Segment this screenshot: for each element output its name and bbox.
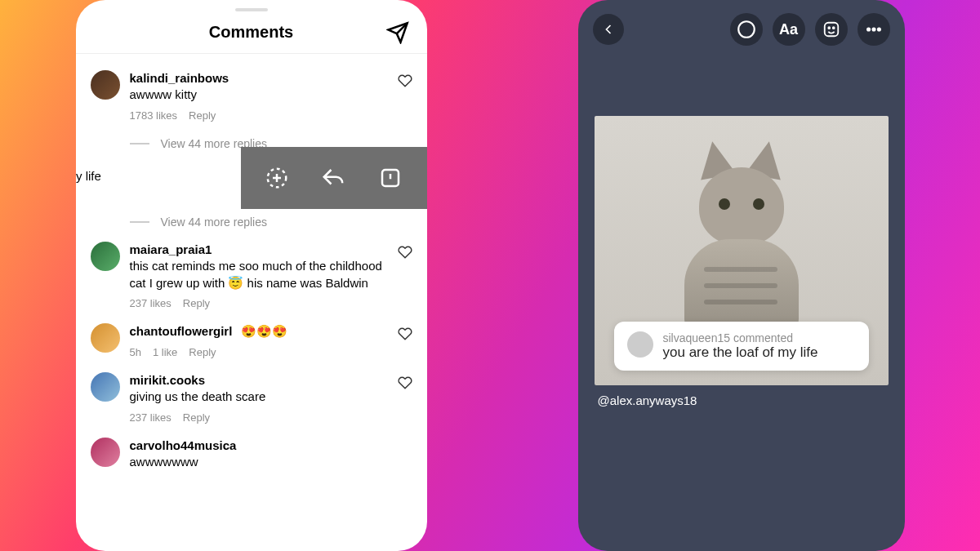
action-overlay xyxy=(241,147,427,209)
story-top-bar: Aa xyxy=(578,0,905,59)
avatar[interactable] xyxy=(91,438,120,467)
comment-row: mirikit.cooks giving us the death scare … xyxy=(76,364,427,429)
username[interactable]: maiara_praia1 xyxy=(130,242,212,256)
svg-rect-3 xyxy=(824,23,838,37)
like-icon[interactable] xyxy=(398,245,412,310)
reply-arrow-icon[interactable] xyxy=(312,157,354,199)
likes-count[interactable]: 1 like xyxy=(153,345,177,360)
reply-button[interactable]: Reply xyxy=(183,411,210,425)
story-editor: Aa silvaqueen15 commented you are the lo… xyxy=(578,0,905,551)
reply-button[interactable]: Reply xyxy=(183,296,210,311)
back-button[interactable] xyxy=(593,14,624,45)
more-options-icon[interactable] xyxy=(858,13,890,46)
like-icon[interactable] xyxy=(398,327,412,359)
comment-row: maiara_praia1 this cat reminds me soo mu… xyxy=(76,233,427,315)
comment-sticker[interactable]: silvaqueen15 commented you are the loaf … xyxy=(614,322,869,371)
view-replies-button[interactable]: View 44 more replies xyxy=(130,216,427,229)
likes-count[interactable]: 237 likes xyxy=(130,296,172,311)
comment-sticker-text: you are the loaf of my life xyxy=(663,344,818,361)
comments-title: Comments xyxy=(209,23,293,42)
svg-point-8 xyxy=(877,28,880,30)
avatar xyxy=(627,331,653,358)
share-to-story-icon[interactable] xyxy=(256,157,298,199)
svg-point-5 xyxy=(832,27,834,29)
comments-list: kalindi_rainbows awwww kitty 1783 likes … xyxy=(76,54,427,476)
drag-handle[interactable] xyxy=(235,8,268,11)
reply-button[interactable]: Reply xyxy=(189,345,216,360)
comment-sticker-user: silvaqueen15 commented xyxy=(663,331,818,344)
username[interactable]: carvolho44musica xyxy=(130,438,237,452)
comment-row: carvolho44musica awwwwwww xyxy=(76,429,427,476)
circle-tool-icon[interactable] xyxy=(730,13,763,46)
divider-line xyxy=(130,143,149,144)
text-tool-button[interactable]: Aa xyxy=(773,13,805,46)
comment-text: awwwwwww xyxy=(130,455,198,469)
username[interactable]: kalindi_rainbows xyxy=(130,71,229,85)
story-image[interactable]: silvaqueen15 commented you are the loaf … xyxy=(595,116,889,385)
avatar[interactable] xyxy=(91,323,120,353)
divider-line xyxy=(130,221,149,223)
svg-point-2 xyxy=(738,21,755,38)
like-icon[interactable] xyxy=(398,73,412,122)
svg-point-7 xyxy=(872,28,875,30)
comments-header: Comments xyxy=(76,16,427,54)
timestamp: 5h xyxy=(130,345,141,360)
comment-row: chantouflowergirl 😍😍😍 5h 1 like Reply xyxy=(76,315,427,364)
report-icon[interactable] xyxy=(369,157,412,199)
reply-button[interactable]: Reply xyxy=(189,109,216,123)
svg-point-4 xyxy=(828,27,830,29)
comment-text: giving us the death scare xyxy=(130,389,266,403)
share-icon[interactable] xyxy=(386,21,409,47)
comment-text: this cat reminds me soo much of the chil… xyxy=(130,259,382,289)
comment-text: awwww kitty xyxy=(130,87,198,101)
avatar[interactable] xyxy=(91,372,120,402)
comment-row: kalindi_rainbows awwww kitty 1783 likes … xyxy=(76,62,427,127)
like-icon[interactable] xyxy=(398,375,412,424)
likes-count[interactable]: 237 likes xyxy=(130,411,172,425)
svg-point-6 xyxy=(866,28,869,30)
mention-tag[interactable]: @alex.anyways18 xyxy=(598,393,905,407)
avatar[interactable] xyxy=(91,70,120,100)
comment-text: 😍😍😍 xyxy=(241,324,287,338)
username[interactable]: chantouflowergirl xyxy=(130,324,233,338)
sticker-icon[interactable] xyxy=(815,13,848,46)
comments-panel: Comments kalindi_rainbows awwww kitty 17… xyxy=(76,0,427,551)
username[interactable]: mirikit.cooks xyxy=(130,373,206,387)
likes-count[interactable]: 1783 likes xyxy=(130,109,178,123)
avatar[interactable] xyxy=(91,242,120,271)
